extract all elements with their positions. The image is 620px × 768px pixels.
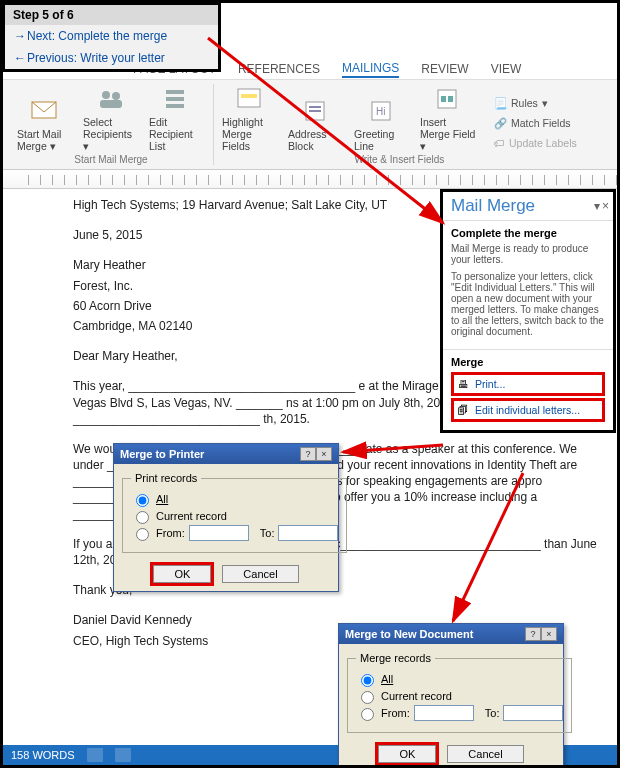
wizard-prev-label: Previous: Write your letter: [27, 51, 165, 65]
radio-from[interactable]: From: To:: [356, 705, 563, 721]
svg-point-2: [112, 92, 120, 100]
from-input[interactable]: [414, 705, 474, 721]
pane-text1: Mail Merge is ready to produce your lett…: [451, 243, 605, 265]
list-edit-icon: [161, 84, 193, 114]
wizard-next-label: Next: Complete the merge: [27, 29, 167, 43]
svg-rect-3: [100, 100, 122, 108]
svg-rect-10: [309, 106, 321, 108]
svg-point-1: [102, 91, 110, 99]
wizard-next-link[interactable]: →Next: Complete the merge: [5, 25, 218, 47]
svg-rect-5: [166, 97, 184, 101]
radio-from[interactable]: From: To:: [131, 525, 338, 541]
pane-text2: To personalize your letters, click "Edit…: [451, 271, 605, 337]
select-recipients-button[interactable]: Select Recipients ▾: [83, 84, 139, 152]
group-start-mail-merge: Start Mail Merge ▾ Select Recipients ▾ E…: [9, 84, 214, 165]
cancel-button[interactable]: Cancel: [447, 745, 523, 763]
mail-merge-pane: Mail Merge ▾ × Complete the merge Mail M…: [440, 189, 616, 433]
highlight-icon: [234, 84, 266, 114]
address-block-button[interactable]: Address Block: [288, 96, 344, 152]
wizard-step-title: Step 5 of 6: [5, 5, 218, 25]
svg-rect-6: [166, 104, 184, 108]
start-mail-merge-button[interactable]: Start Mail Merge ▾: [17, 96, 73, 152]
rules-button[interactable]: 📃Rules ▾: [494, 94, 577, 112]
dialog-title: Merge to Printer: [120, 448, 204, 460]
greeting-icon: Hi: [366, 96, 398, 126]
cancel-button[interactable]: Cancel: [222, 565, 298, 583]
merge-print-link[interactable]: 🖶Print...: [451, 372, 605, 396]
group-label-start: Start Mail Merge: [74, 154, 147, 165]
rules-icon: 📃: [494, 97, 507, 110]
radio-current[interactable]: Current record: [131, 508, 338, 524]
radio-current[interactable]: Current record: [356, 688, 563, 704]
proofing-icon[interactable]: [87, 748, 103, 762]
svg-rect-4: [166, 90, 184, 94]
merge-print-label: Print...: [475, 378, 505, 390]
svg-rect-11: [309, 110, 321, 112]
pane-section-complete-heading: Complete the merge: [451, 227, 605, 239]
address-icon: [300, 96, 332, 126]
ok-button[interactable]: OK: [378, 745, 436, 763]
documents-icon: 🗐: [458, 404, 469, 416]
tab-mailings[interactable]: MAILINGS: [342, 60, 399, 78]
dialog-help-icon[interactable]: ?: [300, 447, 316, 461]
arrow-right-icon: →: [13, 29, 27, 43]
merge-field-icon: [432, 84, 464, 114]
merge-to-printer-dialog: Merge to Printer ?× Print records All Cu…: [113, 443, 339, 592]
radio-all[interactable]: All: [131, 491, 338, 507]
layout-icon[interactable]: [115, 748, 131, 762]
dialog-close-icon[interactable]: ×: [316, 447, 332, 461]
pane-section-merge-heading: Merge: [451, 356, 605, 368]
insert-merge-field-button[interactable]: Insert Merge Field ▾: [420, 84, 476, 152]
highlight-fields-button[interactable]: Highlight Merge Fields: [222, 84, 278, 152]
greeting-line-button[interactable]: Hi Greeting Line: [354, 96, 410, 152]
radio-all[interactable]: All: [356, 671, 563, 687]
envelope-icon: [29, 96, 61, 126]
to-input[interactable]: [503, 705, 563, 721]
tab-review[interactable]: REVIEW: [421, 61, 468, 77]
wizard-step-panel: Step 5 of 6 →Next: Complete the merge ←P…: [2, 2, 221, 72]
dialog-close-icon[interactable]: ×: [541, 627, 557, 641]
dialog-help-icon[interactable]: ?: [525, 627, 541, 641]
ok-button[interactable]: OK: [153, 565, 211, 583]
group-write-insert: Highlight Merge Fields Address Block Hi …: [214, 84, 585, 165]
wizard-prev-link[interactable]: ←Previous: Write your letter: [5, 47, 218, 69]
pane-dropdown-icon[interactable]: ▾: [594, 199, 600, 213]
update-labels-button[interactable]: 🏷Update Labels: [494, 134, 577, 152]
merge-records-group: Merge records: [356, 652, 435, 664]
merge-edit-label: Edit individual letters...: [475, 404, 580, 416]
printer-icon: 🖶: [458, 378, 469, 390]
tab-view[interactable]: VIEW: [491, 61, 522, 77]
svg-text:Hi: Hi: [376, 106, 385, 117]
people-icon: [95, 84, 127, 114]
labels-icon: 🏷: [494, 137, 505, 149]
pane-title: Mail Merge: [451, 196, 535, 216]
group-label-write: Write & Insert Fields: [354, 154, 444, 165]
ruler: [3, 171, 617, 189]
merge-edit-letters-link[interactable]: 🗐Edit individual letters...: [451, 398, 605, 422]
match-icon: 🔗: [494, 117, 507, 130]
from-input[interactable]: [189, 525, 249, 541]
svg-rect-14: [438, 90, 456, 108]
merge-to-new-document-dialog: Merge to New Document ?× Merge records A…: [338, 623, 564, 768]
edit-recipient-list-button[interactable]: Edit Recipient List: [149, 84, 205, 152]
svg-rect-15: [441, 96, 446, 102]
tab-references[interactable]: REFERENCES: [238, 61, 320, 77]
dialog-title: Merge to New Document: [345, 628, 473, 640]
word-count[interactable]: 158 WORDS: [11, 749, 75, 761]
ribbon-groups: Start Mail Merge ▾ Select Recipients ▾ E…: [3, 79, 617, 170]
match-fields-button[interactable]: 🔗Match Fields: [494, 114, 577, 132]
print-records-group: Print records: [131, 472, 201, 484]
arrow-left-icon: ←: [13, 51, 27, 65]
svg-rect-16: [448, 96, 453, 102]
pane-close-icon[interactable]: ×: [602, 199, 609, 213]
ribbon: PAGE LAYOUT REFERENCES MAILINGS REVIEW V…: [3, 59, 617, 170]
to-input[interactable]: [278, 525, 338, 541]
svg-rect-8: [241, 94, 257, 98]
